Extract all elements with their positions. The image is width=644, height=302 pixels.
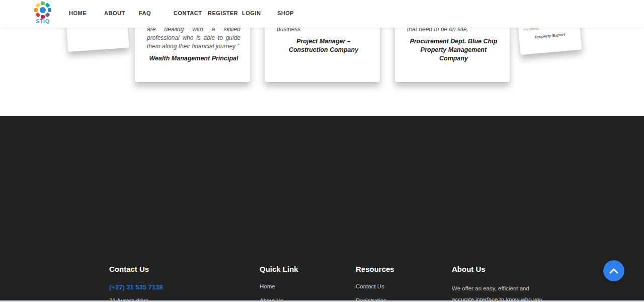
top-navigation-bar: STiQ HOME ABOUT FAQ CONTACT REGISTER LOG… (0, 0, 644, 28)
testimonial-author: Project Manager – Construction Company (277, 37, 370, 54)
testimonial-author: Procurement Dept. Blue Chip Property Man… (407, 37, 500, 63)
page: are dealing with a skilled professional … (0, 0, 644, 302)
stiq-logo[interactable]: STiQ (32, 1, 53, 24)
nav-about[interactable]: ABOUT (104, 10, 125, 16)
testimonial-quote: are dealing with a skilled professional … (147, 25, 240, 51)
footer-quicklink-column: Quick Link Home About Us FAQs (260, 265, 340, 302)
footer-link-contact-us[interactable]: Contact Us (356, 283, 436, 289)
testimonial-author: Property Export (524, 29, 576, 42)
testimonial-author: Wealth Management Principal (147, 54, 240, 63)
stiq-logo-icon (33, 1, 52, 19)
nav-contact[interactable]: CONTACT (174, 10, 202, 16)
footer-about-column: About Us We offer an easy, efficient and… (452, 265, 548, 302)
footer: Contact Us (+27) 31 535 7138 21 Aurora d… (0, 116, 644, 302)
address-line: 21 Aurora drive (109, 295, 250, 302)
footer-resources-column: Resources Contact Us Registration (356, 265, 436, 302)
nav-shop[interactable]: SHOP (277, 10, 294, 16)
footer-link-home[interactable]: Home (260, 283, 340, 289)
about-us-text: We offer an easy, efficient and accurate… (452, 283, 548, 302)
nav-home[interactable]: HOME (69, 10, 87, 16)
phone-number-link[interactable]: (+27) 31 535 7138 (109, 283, 250, 291)
footer-link-registration[interactable]: Registration (356, 297, 436, 302)
quick-link-heading: Quick Link (260, 265, 340, 273)
nav-login[interactable]: LOGIN (242, 10, 261, 16)
nav-register[interactable]: REGISTER (208, 10, 238, 16)
footer-contact-column: Contact Us (+27) 31 535 7138 21 Aurora d… (109, 265, 250, 302)
nav-faq[interactable]: FAQ (139, 10, 151, 16)
stiq-logo-text: STiQ (32, 18, 53, 24)
about-us-heading: About Us (452, 265, 548, 273)
footer-link-about-us[interactable]: About Us (260, 297, 340, 302)
scroll-to-top-button[interactable] (603, 260, 624, 281)
resources-heading: Resources (356, 265, 436, 273)
chevron-up-icon (609, 267, 619, 274)
contact-us-heading: Contact Us (109, 265, 250, 273)
